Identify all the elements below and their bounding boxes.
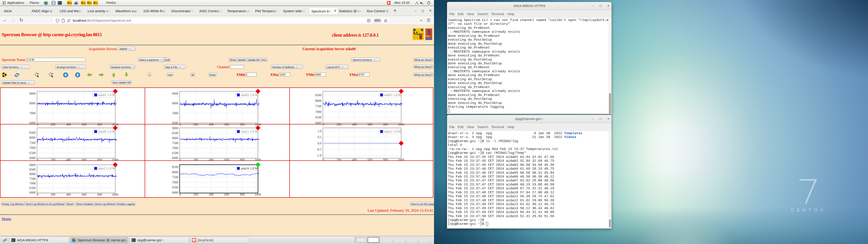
svg-text:8000: 8000 <box>29 136 36 140</box>
svg-text:800: 800 <box>97 193 102 196</box>
svg-text:8500: 8500 <box>172 131 178 135</box>
svg-text:8500: 8500 <box>29 168 36 171</box>
svg-text:0.0: 0.0 <box>317 142 321 145</box>
svg-text:7500: 7500 <box>29 141 36 145</box>
svg-text:6000: 6000 <box>172 121 178 125</box>
svg-text:7000: 7000 <box>29 146 36 150</box>
svg-text:9000: 9000 <box>29 163 36 167</box>
svg-text:6500: 6500 <box>29 186 36 190</box>
svg-text:6000: 6000 <box>29 121 36 125</box>
svg-text:6000: 6000 <box>29 191 36 194</box>
svg-text:1000: 1000 <box>255 158 261 161</box>
svg-text:6500: 6500 <box>315 116 321 119</box>
svg-text:400: 400 <box>66 158 71 161</box>
svg-text:aida11 1.8.W: aida11 1.8.W <box>241 130 258 133</box>
svg-text:6500: 6500 <box>29 151 36 155</box>
svg-text:8000: 8000 <box>315 99 321 102</box>
svg-text:600: 600 <box>224 193 229 196</box>
svg-text:aida02 1.8.W: aida02 1.8.W <box>241 93 258 97</box>
svg-text:9000: 9000 <box>172 126 178 130</box>
svg-text:1.0: 1.0 <box>317 129 321 133</box>
svg-text:8000: 8000 <box>29 172 36 176</box>
svg-text:9000: 9000 <box>172 92 178 95</box>
svg-text:600: 600 <box>224 158 229 161</box>
svg-text:1000: 1000 <box>255 193 261 196</box>
svg-text:0: 0 <box>179 193 181 196</box>
svg-text:1000: 1000 <box>398 158 404 161</box>
svg-text:8500: 8500 <box>315 94 321 97</box>
svg-text:600: 600 <box>82 158 86 161</box>
svg-text:0.5: 0.5 <box>317 135 321 139</box>
svg-text:aida15 1.8.W: aida15 1.8.W <box>98 167 115 170</box>
svg-text:400: 400 <box>209 158 214 161</box>
svg-text:7000: 7000 <box>29 182 36 185</box>
svg-text:9000: 9000 <box>29 92 36 95</box>
svg-text:6000: 6000 <box>29 156 36 160</box>
svg-text:6500: 6500 <box>172 186 178 189</box>
svg-text:600: 600 <box>82 193 86 196</box>
svg-text:7000: 7000 <box>172 146 178 150</box>
svg-text:7000: 7000 <box>172 181 178 184</box>
svg-text:aida05 1.8.W: aida05 1.8.W <box>384 93 401 97</box>
svg-text:200: 200 <box>193 193 198 196</box>
svg-text:7000: 7000 <box>29 112 36 115</box>
svg-text:aida16 1.8.W: aida16 1.8.W <box>241 167 258 170</box>
svg-text:0: 0 <box>179 158 181 161</box>
svg-text:8000: 8000 <box>172 171 178 174</box>
svg-text:8500: 8500 <box>29 131 36 134</box>
svg-text:0: 0 <box>37 158 38 161</box>
svg-text:6000: 6000 <box>172 156 178 160</box>
svg-text:6500: 6500 <box>172 151 178 155</box>
svg-text:7500: 7500 <box>29 177 36 181</box>
svg-text:200: 200 <box>51 193 55 196</box>
svg-text:-0.5: -0.5 <box>316 148 321 151</box>
svg-text:7000: 7000 <box>172 112 178 115</box>
svg-text:200: 200 <box>193 158 198 161</box>
svg-text:200: 200 <box>336 158 341 161</box>
svg-text:7000: 7000 <box>315 110 321 114</box>
svg-text:7500: 7500 <box>172 176 178 179</box>
svg-text:800: 800 <box>240 193 245 196</box>
svg-text:400: 400 <box>209 193 214 196</box>
svg-text:aida12 1.8.W: aida12 1.8.W <box>384 130 401 133</box>
svg-text:8000: 8000 <box>172 136 178 140</box>
svg-text:7500: 7500 <box>172 142 178 145</box>
svg-text:8000: 8000 <box>172 102 178 105</box>
svg-text:6000: 6000 <box>315 121 321 125</box>
svg-text:800: 800 <box>383 158 388 161</box>
svg-text:aida06 1.8.W: aida06 1.8.W <box>98 130 115 133</box>
svg-text:6000: 6000 <box>172 191 178 194</box>
svg-text:200: 200 <box>51 158 55 161</box>
svg-text:1000: 1000 <box>112 158 119 161</box>
svg-text:8000: 8000 <box>29 102 36 105</box>
svg-text:1000: 1000 <box>112 193 119 196</box>
svg-text:400: 400 <box>352 158 357 161</box>
svg-text:800: 800 <box>97 158 102 161</box>
svg-text:8500: 8500 <box>172 165 178 169</box>
svg-text:0: 0 <box>322 158 324 161</box>
svg-text:400: 400 <box>66 193 71 196</box>
svg-text:600: 600 <box>368 158 372 161</box>
svg-text:-1.0: -1.0 <box>316 154 321 157</box>
svg-text:7500: 7500 <box>315 104 321 108</box>
svg-text:0: 0 <box>37 193 38 196</box>
svg-text:800: 800 <box>240 158 245 161</box>
svg-text:?: ? <box>416 2 417 4</box>
svg-text:aida01 1.8.W: aida01 1.8.W <box>98 93 115 97</box>
